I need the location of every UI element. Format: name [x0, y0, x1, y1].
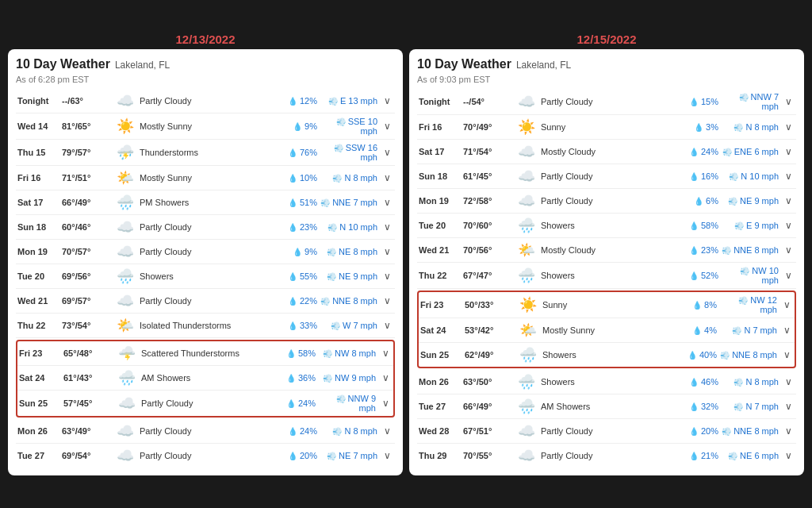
expand-chevron[interactable]: ∨: [782, 220, 795, 231]
weather-desc: Partly Cloudy: [140, 296, 284, 306]
expand-chevron[interactable]: ∨: [780, 299, 793, 310]
weather-row[interactable]: Tue 27 69°/54° ☁️ Partly Cloudy 💧 20% 💨 …: [16, 444, 395, 468]
expand-chevron[interactable]: ∨: [782, 244, 795, 256]
expand-chevron[interactable]: ∨: [782, 450, 795, 461]
expand-chevron[interactable]: ∨: [782, 425, 795, 437]
expand-chevron[interactable]: ∨: [381, 95, 393, 106]
wind-value: 💨 NNE 8 mph: [720, 350, 777, 360]
expand-chevron[interactable]: ∨: [379, 398, 392, 409]
right-panel-wrapper: 12/15/2022 10 Day Weather Lakeland, FL A…: [409, 33, 804, 475]
wind-value: 💨 N 10 mph: [722, 171, 779, 181]
weather-row[interactable]: Sat 24 61°/43° 🌧️ AM Showers 💧 36% 💨 NW …: [17, 366, 393, 391]
wind-value: 💨 N 7 mph: [720, 325, 777, 335]
precip-value: 💧 58%: [688, 221, 718, 230]
weather-row[interactable]: Fri 23 65°/48° 🌩️ Scattered Thunderstorm…: [17, 341, 393, 366]
right-location: Lakeland, FL: [516, 60, 571, 71]
expand-chevron[interactable]: ∨: [782, 401, 795, 412]
weather-row[interactable]: Mon 26 63°/50° 🌧️ Showers 💧 46% 💨 N 8 mp…: [417, 370, 796, 394]
expand-chevron[interactable]: ∨: [381, 295, 393, 306]
expand-chevron[interactable]: ∨: [782, 376, 795, 387]
precip-value: 💧 16%: [688, 171, 718, 181]
expand-chevron[interactable]: ∨: [782, 270, 795, 281]
precip-value: 💧 24%: [285, 398, 316, 408]
temp-value: 63°/50°: [463, 377, 512, 387]
weather-icon: 🌧️: [116, 369, 138, 387]
expand-chevron[interactable]: ∨: [780, 349, 793, 360]
expand-chevron[interactable]: ∨: [381, 246, 393, 257]
expand-chevron[interactable]: ∨: [381, 425, 393, 437]
wind-value: 💨 NW 8 mph: [319, 348, 376, 358]
left-panel-wrapper: 12/13/2022 10 Day Weather Lakeland, FL A…: [8, 33, 403, 475]
weather-row[interactable]: Tonight --/63° ☁️ Partly Cloudy 💧 12% 💨 …: [16, 89, 395, 114]
left-location: Lakeland, FL: [115, 60, 170, 71]
expand-chevron[interactable]: ∨: [381, 320, 393, 331]
weather-row[interactable]: Mon 19 70°/57° ☁️ Partly Cloudy 💧 9% 💨 N…: [16, 240, 395, 264]
weather-desc: Sunny: [542, 300, 684, 310]
wind-value: 💨 NE 9 mph: [722, 196, 779, 206]
precip-value: 💧 9%: [287, 247, 317, 256]
expand-chevron[interactable]: ∨: [381, 147, 393, 158]
weather-icon: ☁️: [116, 394, 138, 412]
day-label: Wed 21: [419, 245, 460, 255]
weather-row[interactable]: Tonight --/54° ☁️ Partly Cloudy 💧 15% 💨 …: [417, 89, 796, 115]
day-label: Mon 19: [17, 247, 59, 256]
weather-icon: 🌤️: [114, 317, 136, 334]
temp-value: 61°/45°: [463, 171, 512, 181]
day-label: Tue 20: [17, 271, 59, 281]
weather-icon: 🌧️: [515, 217, 538, 234]
weather-row[interactable]: Sun 25 57°/45° ☁️ Partly Cloudy 💧 24% 💨 …: [17, 391, 393, 416]
expand-chevron[interactable]: ∨: [381, 197, 393, 208]
precip-value: 💧 21%: [688, 451, 718, 460]
weather-row[interactable]: Fri 16 71°/51° 🌤️ Mostly Sunny 💧 10% 💨 N…: [16, 166, 395, 190]
weather-icon: 🌤️: [515, 241, 538, 259]
weather-row[interactable]: Wed 21 70°/56° 🌤️ Mostly Cloudy 💧 23% 💨 …: [417, 238, 796, 263]
weather-icon: ☁️: [114, 447, 136, 464]
expand-chevron[interactable]: ∨: [782, 195, 795, 206]
left-date-label: 12/13/2022: [8, 33, 403, 46]
expand-chevron[interactable]: ∨: [381, 121, 393, 132]
weather-row[interactable]: Mon 19 72°/58° ☁️ Partly Cloudy 💧 6% 💨 N…: [417, 189, 796, 214]
highlighted-group: Fri 23 50°/33° ☀️ Sunny 💧 8% 💨 NW 12 mph…: [417, 291, 796, 368]
weather-row[interactable]: Mon 26 63°/49° ☁️ Partly Cloudy 💧 24% 💨 …: [16, 419, 395, 444]
weather-row[interactable]: Tue 20 70°/60° 🌧️ Showers 💧 58% 💨 E 9 mp…: [417, 214, 796, 238]
weather-row[interactable]: Tue 20 69°/56° 🌧️ Showers 💧 55% 💨 NE 9 m…: [16, 264, 395, 289]
weather-row[interactable]: Sun 18 60°/46° ☁️ Partly Cloudy 💧 23% 💨 …: [16, 215, 395, 240]
expand-chevron[interactable]: ∨: [780, 325, 793, 336]
weather-row[interactable]: Sat 24 53°/42° 🌤️ Mostly Sunny 💧 4% 💨 N …: [419, 318, 795, 343]
left-title: 10 Day Weather: [16, 57, 110, 71]
weather-row[interactable]: Sun 18 61°/45° ☁️ Partly Cloudy 💧 16% 💨 …: [417, 164, 796, 189]
wind-value: 💨 NE 9 mph: [320, 271, 377, 281]
weather-row[interactable]: Thu 29 70°/55° ☁️ Partly Cloudy 💧 21% 💨 …: [417, 444, 796, 468]
precip-value: 💧 24%: [688, 147, 718, 156]
expand-chevron[interactable]: ∨: [379, 372, 392, 383]
weather-row[interactable]: Sat 17 71°/54° ☁️ Mostly Cloudy 💧 24% 💨 …: [417, 140, 796, 164]
weather-row[interactable]: Thu 22 73°/54° 🌤️ Isolated Thunderstorms…: [16, 314, 395, 338]
expand-chevron[interactable]: ∨: [381, 271, 393, 282]
expand-chevron[interactable]: ∨: [782, 171, 795, 182]
expand-chevron[interactable]: ∨: [381, 172, 393, 183]
weather-row[interactable]: Wed 14 81°/65° ☀️ Mostly Sunny 💧 9% 💨 SS…: [16, 114, 395, 140]
weather-desc: Isolated Thunderstorms: [140, 321, 284, 330]
expand-chevron[interactable]: ∨: [782, 146, 795, 157]
expand-chevron[interactable]: ∨: [379, 348, 392, 359]
weather-desc: Partly Cloudy: [140, 451, 284, 460]
weather-row[interactable]: Fri 23 50°/33° ☀️ Sunny 💧 8% 💨 NW 12 mph…: [419, 292, 795, 318]
weather-row[interactable]: Thu 15 79°/57° ⛈️ Thunderstorms 💧 76% 💨 …: [16, 140, 395, 166]
precip-value: 💧 76%: [287, 148, 317, 157]
weather-icon: 🌧️: [114, 267, 136, 285]
weather-row[interactable]: Tue 27 66°/49° 🌧️ AM Showers 💧 32% 💨 N 7…: [417, 394, 796, 419]
weather-row[interactable]: Wed 21 69°/57° ☁️ Partly Cloudy 💧 22% 💨 …: [16, 289, 395, 314]
weather-desc: AM Showers: [141, 373, 282, 383]
expand-chevron[interactable]: ∨: [381, 221, 393, 233]
expand-chevron[interactable]: ∨: [782, 121, 795, 133]
weather-row[interactable]: Sun 25 62°/49° 🌧️ Showers 💧 40% 💨 NNE 8 …: [419, 343, 795, 367]
day-label: Thu 22: [419, 271, 460, 280]
weather-row[interactable]: Fri 16 70°/49° ☀️ Sunny 💧 3% 💨 N 8 mph ∨: [417, 115, 796, 140]
weather-row[interactable]: Sat 17 66°/49° 🌧️ PM Showers 💧 51% 💨 NNE…: [16, 190, 395, 215]
weather-row[interactable]: Thu 22 67°/47° 🌧️ Showers 💧 52% 💨 NW 10 …: [417, 263, 796, 289]
expand-chevron[interactable]: ∨: [381, 450, 393, 461]
weather-row[interactable]: Wed 28 67°/51° ☁️ Partly Cloudy 💧 20% 💨 …: [417, 419, 796, 444]
day-label: Sat 24: [19, 373, 60, 383]
day-label: Tonight: [17, 96, 59, 106]
expand-chevron[interactable]: ∨: [782, 96, 795, 107]
